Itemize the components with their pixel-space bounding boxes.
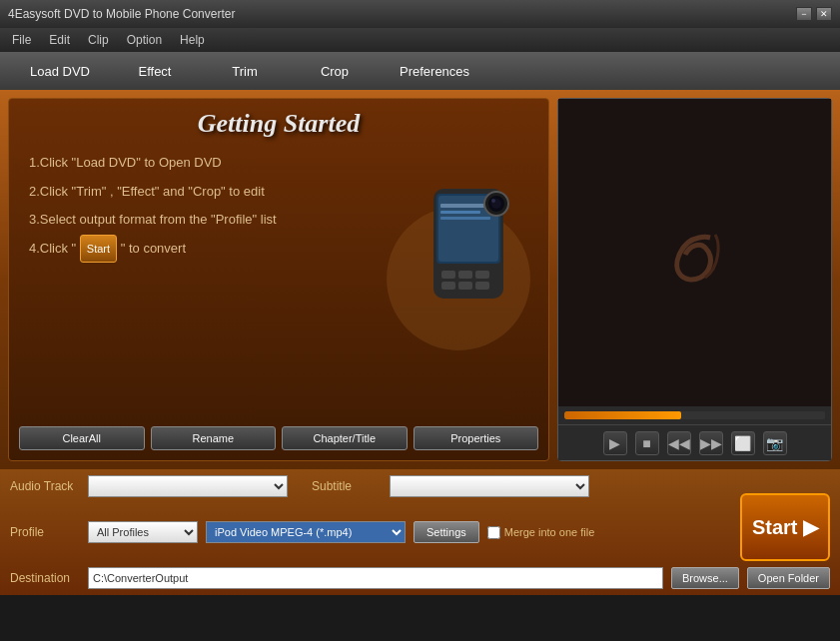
fast-forward-button[interactable]: ▶▶ [699, 431, 723, 455]
toolbar-preferences[interactable]: Preferences [380, 52, 489, 90]
open-folder-button[interactable]: Open Folder [747, 567, 830, 589]
toolbar-trim[interactable]: Trim [200, 52, 290, 90]
menubar: File Edit Clip Option Help [0, 28, 840, 52]
destination-input[interactable] [88, 567, 663, 589]
svg-rect-7 [441, 271, 455, 279]
phone-image [379, 159, 538, 358]
toolbar-crop[interactable]: Crop [290, 52, 380, 90]
menu-option[interactable]: Option [119, 31, 170, 49]
play-button[interactable]: ▶ [603, 431, 627, 455]
left-panel: Getting Started 1.Click "Load DVD" to Op… [8, 98, 549, 461]
player-controls: ▶ ■ ◀◀ ▶▶ ⬜ 📷 [558, 424, 831, 460]
getting-started-title: Getting Started [19, 109, 538, 139]
bottom-buttons: ClearAll Rename Chapter/Title Properties [19, 426, 538, 450]
step4-start-highlight: Start [80, 235, 117, 263]
svg-rect-11 [458, 282, 472, 290]
close-button[interactable]: ✕ [816, 7, 832, 21]
audio-track-label: Audio Track [10, 479, 80, 493]
video-logo [655, 213, 735, 293]
menu-edit[interactable]: Edit [41, 31, 78, 49]
merge-label: Merge into one file [504, 526, 595, 538]
svg-rect-5 [440, 211, 480, 214]
titlebar: 4Easysoft DVD to Mobile Phone Converter … [0, 0, 840, 28]
progress-bar-container[interactable] [558, 406, 831, 424]
svg-rect-9 [475, 271, 489, 279]
destination-label: Destination [10, 571, 80, 585]
toolbar-load-dvd[interactable]: Load DVD [10, 52, 110, 90]
camera-button[interactable]: 📷 [763, 431, 787, 455]
svg-rect-6 [440, 217, 490, 220]
step4-post: " to convert [117, 241, 186, 256]
properties-button[interactable]: Properties [414, 426, 539, 450]
destination-row: Destination Browse... Open Folder [10, 567, 830, 589]
video-player-panel: ▶ ■ ◀◀ ▶▶ ⬜ 📷 [557, 98, 832, 461]
svg-rect-12 [475, 282, 489, 290]
rename-button[interactable]: Rename [151, 426, 277, 450]
rewind-button[interactable]: ◀◀ [667, 431, 691, 455]
start-button[interactable]: Start ▶ [740, 493, 830, 561]
browse-button[interactable]: Browse... [671, 567, 739, 589]
svg-point-16 [491, 199, 495, 203]
video-screen [558, 99, 831, 406]
stop-button[interactable]: ■ [635, 431, 659, 455]
profile-label: Profile [10, 525, 80, 539]
settings-button[interactable]: Settings [414, 521, 479, 543]
svg-rect-8 [458, 271, 472, 279]
subtitle-select[interactable] [390, 475, 589, 497]
toolbar: Load DVD Effect Trim Crop Preferences [0, 52, 840, 90]
merge-checkbox-label[interactable]: Merge into one file [487, 526, 595, 539]
menu-help[interactable]: Help [172, 31, 213, 49]
audio-subtitle-row: Audio Track Subtitle [10, 475, 830, 497]
merge-checkbox[interactable] [487, 526, 500, 539]
minimize-button[interactable]: − [796, 7, 812, 21]
profile-category-select[interactable]: All Profiles [88, 521, 198, 543]
svg-rect-10 [441, 282, 455, 290]
main-area: Getting Started 1.Click "Load DVD" to Op… [0, 90, 840, 469]
toolbar-effect[interactable]: Effect [110, 52, 200, 90]
audio-track-select[interactable] [88, 475, 288, 497]
menu-clip[interactable]: Clip [80, 31, 117, 49]
app-title: 4Easysoft DVD to Mobile Phone Converter [8, 7, 235, 21]
profile-format-select[interactable]: iPod Video MPEG-4 (*.mp4) [206, 521, 406, 543]
window-controls: − ✕ [796, 7, 832, 21]
progress-bar[interactable] [564, 411, 825, 419]
screenshot-button[interactable]: ⬜ [731, 431, 755, 455]
bottom-controls: Audio Track Subtitle Profile All Profile… [0, 469, 840, 595]
subtitle-label: Subtitle [312, 479, 382, 493]
chapter-title-button[interactable]: Chapter/Title [282, 426, 408, 450]
menu-file[interactable]: File [4, 31, 39, 49]
progress-fill [564, 411, 681, 419]
clear-all-button[interactable]: ClearAll [19, 426, 145, 450]
step4-pre: 4.Click " [29, 241, 80, 256]
profile-row: Profile All Profiles iPod Video MPEG-4 (… [10, 503, 830, 561]
